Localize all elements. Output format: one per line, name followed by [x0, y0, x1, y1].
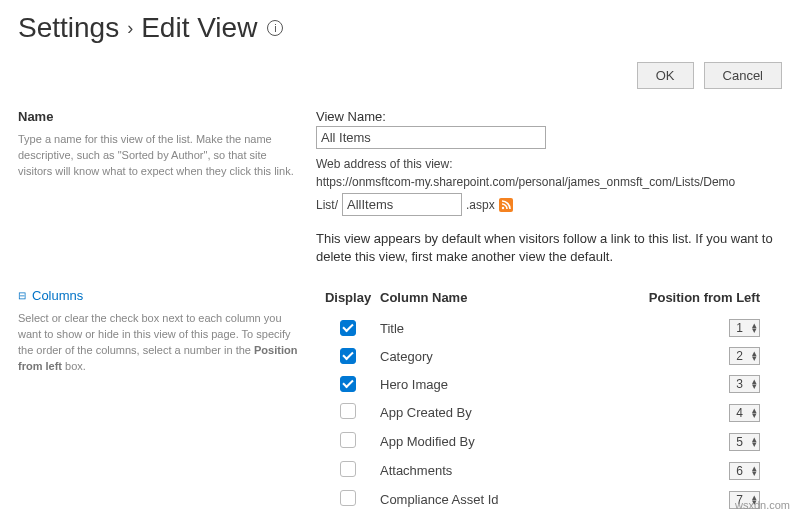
table-row: App Modified By5▴▾	[318, 428, 780, 455]
columns-help-text: Select or clear the check box next to ea…	[18, 311, 298, 375]
section-columns: ⊟ Columns Select or clear the check box …	[18, 288, 782, 515]
spinner-icon: ▴▾	[747, 379, 757, 389]
th-position: Position from Left	[571, 290, 780, 313]
column-name-cell: Title	[380, 315, 569, 341]
position-select[interactable]: 2▴▾	[729, 347, 760, 365]
web-address-url: https://onmsftcom-my.sharepoint.com/pers…	[316, 175, 735, 189]
web-address-label: Web address of this view:	[316, 157, 453, 171]
column-name-cell: App Created By	[380, 399, 569, 426]
spinner-icon: ▴▾	[747, 408, 757, 418]
display-checkbox[interactable]	[340, 320, 356, 336]
svg-point-0	[502, 206, 504, 208]
default-view-note: This view appears by default when visito…	[316, 230, 782, 266]
chevron-right-icon: ›	[127, 18, 133, 39]
display-checkbox[interactable]	[340, 461, 356, 477]
collapse-icon: ⊟	[18, 290, 26, 301]
position-select[interactable]: 5▴▾	[729, 433, 760, 451]
position-select[interactable]: 4▴▾	[729, 404, 760, 422]
table-row: Title1▴▾	[318, 315, 780, 341]
table-row: App Created By4▴▾	[318, 399, 780, 426]
table-row: Hero Image3▴▾	[318, 371, 780, 397]
ok-button[interactable]: OK	[637, 62, 694, 89]
position-select[interactable]: 3▴▾	[729, 375, 760, 393]
display-checkbox[interactable]	[340, 490, 356, 506]
top-button-row: OK Cancel	[18, 62, 782, 89]
breadcrumb-root[interactable]: Settings	[18, 12, 119, 44]
section-name: Name Type a name for this view of the li…	[18, 109, 782, 266]
columns-heading[interactable]: ⊟ Columns	[18, 288, 298, 303]
page-title: Settings › Edit View i	[18, 12, 782, 44]
spinner-icon: ▴▾	[747, 351, 757, 361]
column-name-cell: Attachments	[380, 457, 569, 484]
view-name-label: View Name:	[316, 109, 782, 124]
web-address-prefix: List/	[316, 196, 338, 214]
spinner-icon: ▴▾	[747, 437, 757, 447]
th-column-name: Column Name	[380, 290, 569, 313]
position-select[interactable]: 6▴▾	[729, 462, 760, 480]
spinner-icon: ▴▾	[747, 466, 757, 476]
web-address-page-input[interactable]	[342, 193, 462, 216]
cancel-button[interactable]: Cancel	[704, 62, 782, 89]
breadcrumb-leaf: Edit View	[141, 12, 257, 44]
rss-icon[interactable]	[499, 198, 513, 212]
watermark: wsxdn.com	[735, 499, 790, 511]
position-select[interactable]: 1▴▾	[729, 319, 760, 337]
view-name-input[interactable]	[316, 126, 546, 149]
display-checkbox[interactable]	[340, 432, 356, 448]
display-checkbox[interactable]	[340, 348, 356, 364]
table-row: Compliance Asset Id7▴▾	[318, 486, 780, 513]
table-row: Category2▴▾	[318, 343, 780, 369]
th-display: Display	[318, 290, 378, 313]
column-name-cell: Category	[380, 343, 569, 369]
table-row: Attachments6▴▾	[318, 457, 780, 484]
column-name-cell: Compliance Asset Id	[380, 486, 569, 513]
columns-table: Display Column Name Position from Left T…	[316, 288, 782, 515]
name-help-text: Type a name for this view of the list. M…	[18, 132, 298, 180]
info-icon[interactable]: i	[267, 20, 283, 36]
display-checkbox[interactable]	[340, 403, 356, 419]
display-checkbox[interactable]	[340, 376, 356, 392]
spinner-icon: ▴▾	[747, 323, 757, 333]
column-name-cell: App Modified By	[380, 428, 569, 455]
web-address-suffix: .aspx	[466, 196, 495, 214]
column-name-cell: Hero Image	[380, 371, 569, 397]
name-heading: Name	[18, 109, 298, 124]
